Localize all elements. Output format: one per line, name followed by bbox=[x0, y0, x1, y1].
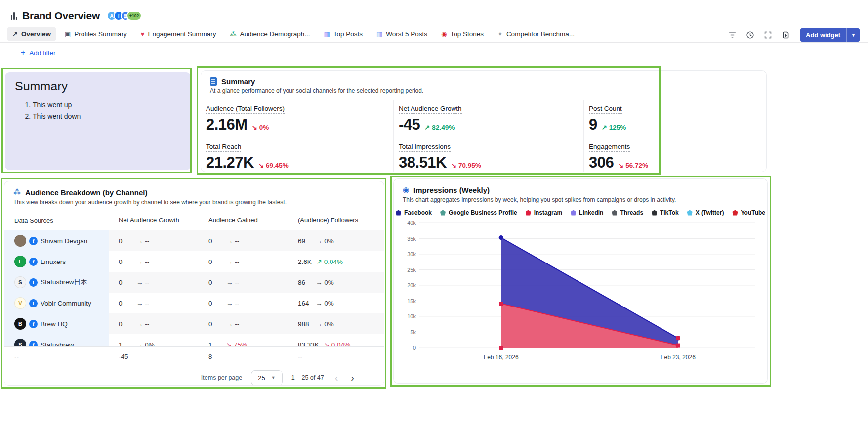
legend-swatch bbox=[652, 210, 657, 216]
metric-label[interactable]: Net Audience Growth bbox=[399, 105, 462, 114]
people-icon: ⁂ bbox=[230, 31, 237, 37]
metric-value: 306 bbox=[589, 154, 614, 172]
fullscreen-icon[interactable] bbox=[763, 31, 772, 40]
data-source-name: Statusbrew日本 bbox=[41, 278, 87, 287]
cell-net-audience-growth: 0→ -- bbox=[109, 313, 199, 334]
data-source-cell[interactable]: BfBrew HQ bbox=[4, 313, 109, 334]
column-header-4[interactable]: (Audience) Followers bbox=[288, 217, 377, 225]
heart-icon: ♥ bbox=[141, 31, 145, 37]
cell-delta: → -- bbox=[136, 237, 149, 245]
legend-swatch bbox=[732, 210, 738, 216]
tab-label: Profiles Summary bbox=[74, 30, 127, 38]
legend-label: Instagram bbox=[534, 209, 562, 216]
metric-total-impressions: Total Impressions38.51K↘ 70.95% bbox=[393, 138, 583, 172]
column-header-3[interactable]: Audience Gained bbox=[199, 217, 288, 225]
legend-item-tiktok[interactable]: TikTok bbox=[652, 209, 679, 216]
cell-audience-gained: 0→ -- bbox=[199, 251, 288, 272]
metric-label[interactable]: Total Impressions bbox=[399, 143, 451, 152]
toolbar: Add widget ▼ bbox=[728, 28, 860, 42]
legend-item-facebook[interactable]: Facebook bbox=[396, 209, 432, 216]
add-filter-label: Add filter bbox=[29, 49, 55, 57]
runner-icon: ✦ bbox=[497, 31, 503, 37]
svg-text:15k: 15k bbox=[407, 298, 416, 304]
export-report-icon[interactable] bbox=[781, 31, 790, 40]
legend-item-instagram[interactable]: Instagram bbox=[526, 209, 562, 216]
audience-breakdown-widget: ⁂ Audience Breakdown (by Channel) This v… bbox=[4, 181, 384, 386]
column-header-1[interactable]: Data Sources bbox=[4, 217, 109, 225]
cell-audience-gained: 0→ -- bbox=[199, 293, 288, 313]
legend-item-linkedin[interactable]: LinkedIn bbox=[571, 209, 603, 216]
legend-item-x-twitter[interactable]: X (Twitter) bbox=[687, 209, 724, 216]
clock-icon[interactable] bbox=[745, 31, 754, 40]
calendar-icon: ▦ bbox=[376, 31, 382, 37]
summary-widget-subtitle: At a glance performance of your social c… bbox=[210, 88, 757, 94]
impressions-area-chart: 05k10k15k20k25k30k35k40kFeb 16, 2026Feb … bbox=[401, 219, 760, 365]
data-source-cell[interactable]: SfStatusbrew日本 bbox=[4, 272, 109, 293]
tab-engagement-summary[interactable]: ♥Engagement Summary bbox=[135, 27, 222, 41]
tab-worst-5-posts[interactable]: ▦Worst 5 Posts bbox=[371, 27, 433, 41]
tab-audience-demograph[interactable]: ⁂Audience Demograph... bbox=[225, 27, 316, 41]
metric-delta: ↘ 69.45% bbox=[258, 161, 289, 169]
calendar-icon: ▦ bbox=[324, 31, 330, 37]
page-size-select[interactable]: 25 ▼ bbox=[251, 370, 282, 386]
data-source-name: Voblr Community bbox=[41, 300, 91, 307]
tab-profiles-summary[interactable]: ▣Profiles Summary bbox=[59, 27, 132, 41]
profile-badge-cluster[interactable]: Af▤+102 bbox=[107, 11, 142, 21]
column-header-2[interactable]: Net Audience Growth bbox=[109, 217, 199, 225]
legend-label: Google Business Profile bbox=[449, 209, 517, 216]
avatar: S bbox=[14, 276, 26, 288]
chevron-down-icon: ▼ bbox=[271, 375, 276, 380]
cell-delta: → -- bbox=[136, 279, 149, 286]
svg-text:30k: 30k bbox=[407, 251, 416, 257]
svg-text:35k: 35k bbox=[407, 236, 416, 242]
metric-value: 21.27K bbox=[206, 154, 254, 172]
metric-label[interactable]: Total Reach bbox=[206, 143, 241, 152]
legend-item-threads[interactable]: Threads bbox=[612, 209, 643, 216]
tab-overview[interactable]: ↗Overview bbox=[7, 27, 56, 41]
data-source-cell[interactable]: SfStatusbrew bbox=[4, 334, 109, 346]
plus-icon: + bbox=[21, 49, 25, 57]
tab-label: Worst 5 Posts bbox=[386, 30, 427, 38]
add-filter-button[interactable]: + Add filter bbox=[21, 49, 56, 57]
cell-u: 0 bbox=[377, 230, 384, 251]
svg-text:20k: 20k bbox=[407, 282, 416, 288]
page-range-label: 1 – 25 of 47 bbox=[291, 374, 324, 381]
tab-top-stories[interactable]: ◉Top Stories bbox=[436, 27, 489, 41]
add-widget-button[interactable]: Add widget ▼ bbox=[800, 28, 860, 42]
tab-competitor-benchma[interactable]: ✦Competitor Benchma... bbox=[492, 27, 580, 41]
tab-top-posts[interactable]: ▦Top Posts bbox=[318, 27, 368, 41]
legend-item-youtube[interactable]: YouTube bbox=[732, 209, 765, 216]
data-source-cell[interactable]: VfVoblr Community bbox=[4, 293, 109, 313]
metric-delta: ↗ 125% bbox=[602, 123, 626, 131]
svg-text:Feb 23, 2026: Feb 23, 2026 bbox=[661, 354, 696, 361]
profile-count-badge[interactable]: +102 bbox=[126, 11, 142, 21]
facebook-icon: f bbox=[29, 237, 38, 245]
data-source-cell[interactable]: fShivam Devgan bbox=[4, 230, 109, 251]
previous-page-button[interactable]: ‹ bbox=[333, 373, 340, 383]
metric-label[interactable]: Engagements bbox=[589, 143, 630, 152]
target-icon: ◉ bbox=[441, 31, 447, 37]
filter-icon[interactable] bbox=[728, 31, 737, 40]
cell-delta: ↘ 0.04% bbox=[324, 341, 350, 346]
metric-label[interactable]: Post Count bbox=[589, 105, 622, 114]
legend-item-google-business-profile[interactable]: Google Business Profile bbox=[440, 209, 517, 216]
metric-value: 9 bbox=[589, 116, 597, 133]
next-page-button[interactable]: › bbox=[349, 373, 356, 383]
metric-label[interactable]: Audience (Total Followers) bbox=[206, 105, 285, 114]
facebook-icon: f bbox=[29, 258, 38, 266]
summary-cell-1: -- bbox=[4, 347, 109, 366]
facebook-icon: f bbox=[29, 278, 38, 287]
data-source-cell[interactable]: LfLinuxers bbox=[4, 251, 109, 272]
cell-value: 83.33K bbox=[298, 341, 319, 347]
table-header-row: Data SourcesNet Audience GrowthAudience … bbox=[4, 212, 384, 230]
data-source-name: Brew HQ bbox=[41, 320, 68, 328]
add-widget-chevron-icon[interactable]: ▼ bbox=[846, 28, 860, 42]
metric-audience-total-followers: Audience (Total Followers)2.16M↘ 0% bbox=[201, 100, 393, 138]
metric-value: -45 bbox=[399, 116, 420, 133]
column-header-5[interactable]: U bbox=[377, 217, 384, 225]
table-row: fShivam Devgan0→ --0→ --69→ 0%0 bbox=[4, 230, 384, 251]
cell-audience-gained: 0→ -- bbox=[199, 272, 288, 293]
note-panel-title: Summary bbox=[15, 79, 181, 93]
cell-value: 0 bbox=[119, 258, 131, 265]
impressions-widget-title: Impressions (Weekly) bbox=[413, 186, 490, 194]
